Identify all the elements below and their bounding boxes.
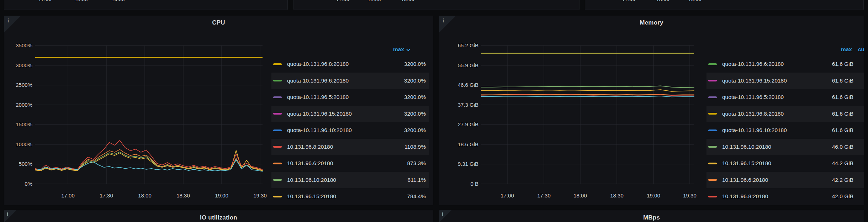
legend-sort-max[interactable]: max	[841, 46, 852, 53]
series-max-value: 3200.0%	[404, 78, 429, 84]
legend-sort-max[interactable]: max	[393, 46, 410, 53]
series-color-swatch[interactable]	[273, 63, 282, 65]
series-max-value: 44.2 GiB	[832, 160, 864, 166]
series-max-value: 784.4%	[407, 193, 429, 200]
series-name[interactable]: quota-10.131.96.8:20180	[722, 111, 784, 117]
legend-row: quota-10.131.96.10:201803200.0%	[271, 122, 429, 139]
series-name[interactable]: 10.131.96.8:20180	[722, 193, 768, 200]
legend-row: 10.131.96.6:2018042.2 GiB	[706, 172, 864, 189]
y-axis-tick: 2000%	[4, 102, 32, 108]
series-name[interactable]: quota-10.131.96.10:20180	[287, 127, 352, 133]
legend-row: quota-10.131.96.8:2018061.6 GiB	[706, 106, 864, 122]
legend-row: 10.131.96.15:20180784.4%	[271, 188, 429, 205]
series-color-swatch[interactable]	[273, 113, 282, 115]
y-axis-tick: 0%	[4, 181, 32, 187]
series-max-value: 46.0 GiB	[832, 144, 864, 150]
series-max-value: 3200.0%	[404, 61, 429, 67]
legend-row: quota-10.131.96.6:2018061.6 GiB	[706, 56, 864, 73]
panel-title-mbps[interactable]: MBps	[439, 214, 864, 221]
series-name[interactable]: quota-10.131.96.5:20180	[722, 94, 784, 100]
series-name[interactable]: 10.131.96.8:20180	[287, 144, 333, 150]
y-axis-tick: 18.6 GiB	[448, 141, 478, 148]
y-axis-tick: 3000%	[4, 62, 32, 69]
x-axis-tick: 18:00	[133, 192, 156, 199]
y-axis-tick: 27.9 GiB	[448, 121, 478, 128]
series-name[interactable]: quota-10.131.96.15:20180	[722, 78, 787, 84]
series-name[interactable]: 10.131.96.15:20180	[722, 160, 771, 166]
series-max-value: 61.6 GiB	[832, 111, 864, 117]
series-color-swatch[interactable]	[273, 196, 282, 197]
series-max-value: 3200.0%	[404, 94, 429, 100]
cpu-legend: maxquota-10.131.96.8:201803200.0%quota-1…	[271, 45, 429, 205]
series-max-value: 811.1%	[408, 177, 429, 183]
series-name[interactable]: 10.131.96.6:20180	[722, 177, 768, 183]
series-name[interactable]: quota-10.131.96.6:20180	[722, 61, 784, 67]
y-axis-tick: 9.31 GiB	[448, 161, 478, 167]
series-color-swatch[interactable]	[708, 146, 717, 148]
series-color-swatch[interactable]	[708, 196, 717, 197]
series-color-swatch[interactable]	[273, 163, 282, 164]
panel-mbps: i MBps	[439, 210, 864, 222]
x-axis-tick: 18:00	[651, 0, 674, 2]
y-axis-tick: 65.2 GiB	[448, 42, 478, 49]
series-color-swatch[interactable]	[273, 179, 282, 181]
series-name[interactable]: quota-10.131.96.15:20180	[287, 111, 352, 117]
y-axis-tick: 500%	[4, 161, 32, 167]
legend-row: 10.131.96.10:2018046.0 GiB	[706, 139, 864, 155]
series-color-swatch[interactable]	[273, 80, 282, 81]
legend-row: quota-10.131.96.5:2018061.6 GiB	[706, 89, 864, 106]
series-name[interactable]: 10.131.96.6:20180	[287, 160, 333, 166]
series-name[interactable]: 10.131.96.15:20180	[287, 193, 336, 200]
series-max-value: 61.6 GiB	[832, 94, 864, 100]
legend-row: quota-10.131.96.15:2018061.6 GiB	[706, 73, 864, 89]
x-axis-tick: 17:30	[95, 192, 118, 199]
series-max-value: 61.6 GiB	[832, 127, 864, 133]
legend-row: quota-10.131.96.8:201803200.0%	[271, 56, 429, 73]
series-name[interactable]: quota-10.131.96.5:20180	[287, 94, 349, 100]
panel-top-1: 17:0018:0019:00	[4, 0, 288, 10]
y-axis-tick: 55.9 GiB	[448, 62, 478, 69]
series-color-swatch[interactable]	[708, 130, 717, 131]
series-name[interactable]: quota-10.131.96.10:20180	[722, 127, 787, 133]
series-color-swatch[interactable]	[708, 96, 717, 98]
series-color-swatch[interactable]	[273, 130, 282, 131]
memory-panel: i Memory 65.2 GiB55.9 GiB46.6 GiB37.3 Gi…	[439, 16, 864, 205]
legend-row: quota-10.131.96.6:201803200.0%	[271, 73, 429, 89]
y-axis-tick: 2500%	[4, 82, 32, 88]
series-name[interactable]: 10.131.96.10:20180	[287, 177, 336, 183]
legend-row: 10.131.96.8:201801108.9%	[271, 139, 429, 155]
x-axis-tick: 19:00	[396, 0, 419, 2]
series-name[interactable]: quota-10.131.96.6:20180	[287, 78, 349, 84]
series-color-swatch[interactable]	[273, 146, 282, 148]
x-axis-tick: 17:30	[533, 192, 555, 199]
x-axis-tick: 19:00	[642, 192, 665, 199]
chevron-down-icon	[406, 49, 410, 51]
series-color-swatch[interactable]	[708, 179, 717, 181]
x-axis-tick: 18:00	[70, 0, 92, 2]
series-color-swatch[interactable]	[708, 80, 717, 81]
legend-row: quota-10.131.96.15:201803200.0%	[271, 106, 429, 122]
series-color-swatch[interactable]	[708, 163, 717, 164]
series-color-swatch[interactable]	[708, 63, 717, 65]
series-max-value: 3200.0%	[404, 111, 429, 117]
x-axis-tick: 17:00	[331, 0, 354, 2]
panel-io-utilization: i IO utilization	[4, 210, 433, 222]
x-axis-tick: 18:00	[569, 192, 592, 199]
y-axis-tick: 0 B	[448, 181, 478, 187]
x-axis-tick: 18:30	[172, 192, 195, 199]
x-axis-tick: 17:00	[33, 0, 56, 2]
x-axis-tick: 19:00	[107, 0, 129, 2]
series-color-swatch[interactable]	[273, 96, 282, 98]
legend-header: maxcu	[706, 45, 864, 54]
series-color-swatch[interactable]	[708, 113, 717, 115]
series-name[interactable]: quota-10.131.96.8:20180	[287, 61, 349, 67]
legend-row: 10.131.96.10:20180811.1%	[271, 172, 429, 189]
x-axis-tick: 17:00	[57, 192, 79, 199]
series-max-value: 61.6 GiB	[832, 61, 864, 67]
series-max-value: 42.2 GiB	[832, 177, 864, 183]
series-max-value: 3200.0%	[404, 127, 429, 133]
legend-sort-cu[interactable]: cu	[858, 46, 864, 53]
series-name[interactable]: 10.131.96.10:20180	[722, 144, 771, 150]
panel-title-io-utilization[interactable]: IO utilization	[4, 214, 433, 221]
series-max-value: 873.3%	[407, 160, 429, 166]
